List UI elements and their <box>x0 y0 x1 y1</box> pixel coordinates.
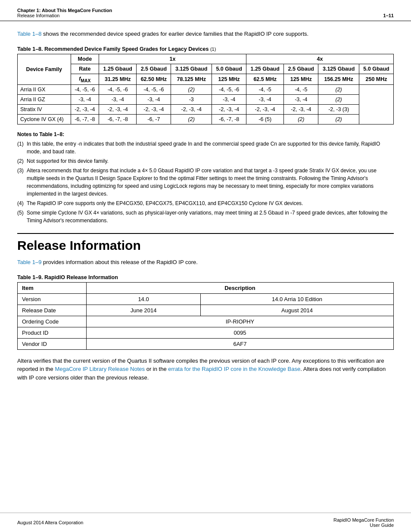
device-name-cell: Arria II GZ <box>18 95 71 105</box>
speed-grade-cell: -6, -7, -8 <box>99 115 137 124</box>
g3125-header: 3.125 Gbaud <box>171 64 212 74</box>
speed-grade-cell: -2, -3, -4 <box>246 105 284 115</box>
speed-grade-cell: -4, -5, -6 <box>212 85 246 95</box>
speed-grade-cell: (2) <box>318 85 359 95</box>
mode-header: Mode <box>71 54 99 64</box>
speed-grade-cell: -2, -3, -4 <box>99 105 137 115</box>
header-left: Chapter 1: About This MegaCore Function … <box>17 8 112 18</box>
speed-grade-cell: -2, -3, -4 <box>137 105 171 115</box>
table1-ref-link[interactable]: Table 1–8 <box>17 31 41 37</box>
page-header: Chapter 1: About This MegaCore Function … <box>0 0 411 21</box>
note-text: The RapidIO IP core supports only the EP… <box>27 199 303 207</box>
table9-ref-link[interactable]: Table 1–9 <box>17 259 41 265</box>
header-row-1: Device Family Mode 1x 4x <box>18 54 394 64</box>
speed-grade-cell: (2) <box>318 95 359 105</box>
g3125-4x-header: 3.125 Gbaud <box>318 64 359 74</box>
speed-grade-cell: -2, -3, -4 <box>71 105 99 115</box>
footer-right-line2: User Guide <box>333 523 394 528</box>
speed-grade-cell: -4, -5 <box>284 85 318 95</box>
fmax-6: 125 MHz <box>284 74 318 85</box>
desc-col-header: Description <box>87 282 394 293</box>
release-row: Product ID0095 <box>18 327 394 338</box>
footer-right-line1: RapidIO MegaCore Function <box>333 517 394 523</box>
note-item: (4)The RapidIO IP core supports only the… <box>17 199 394 207</box>
intro-text: shows the recommended device speed grade… <box>41 31 308 37</box>
speed-grade-cell: (2) <box>318 115 359 124</box>
item-col-header: Item <box>18 282 87 293</box>
outro-text2: or in the <box>145 366 168 372</box>
release-row: Version14.014.0 Arria 10 Edition <box>18 293 394 305</box>
table1-caption: Table 1–8. Recommended Device Family Spe… <box>17 46 394 52</box>
header-row-2: Rate 1.25 Gbaud 2.5 Gbaud 3.125 Gbaud 5.… <box>18 64 394 74</box>
table1-row: Arria II GZ-3, -4-3, -4-3, -4-3-3, -4-3,… <box>18 95 394 105</box>
speed-grade-cell: -3 <box>171 95 212 105</box>
release-item: Product ID <box>18 327 87 338</box>
note-item: (3)Altera recommends that for designs th… <box>17 167 394 198</box>
release-info-table: Item Description Version14.014.0 Arria 1… <box>17 282 394 350</box>
page-number: 1–11 <box>383 13 394 18</box>
speed-grade-cell: -2, -3, -4 <box>284 105 318 115</box>
notes-title: Notes to Table 1–8: <box>17 131 394 138</box>
table1-row: Stratix IV-2, -3, -4-2, -3, -4-2, -3, -4… <box>18 105 394 115</box>
speed-grade-cell: -4, -5 <box>246 85 284 95</box>
speed-grade-cell: (2) <box>171 115 212 124</box>
speed-grade-cell: -2, -3, -4 <box>212 105 246 115</box>
note-num: (4) <box>17 199 27 207</box>
note-item: (2)Not supported for this device family. <box>17 157 394 165</box>
speed-grade-cell: (2) <box>284 115 318 124</box>
fmax-8: 250 MHz <box>359 74 394 85</box>
note-text: Not supported for this device family. <box>27 157 109 165</box>
footer-left: August 2014 Altera Corporation <box>17 520 84 525</box>
fmax-label: fMAX <box>71 74 99 85</box>
release-desc: 6AF7 <box>87 338 394 349</box>
note-num: (3) <box>17 167 27 198</box>
release-item: Vendor ID <box>18 338 87 349</box>
release-item: Release Date <box>18 305 87 316</box>
note-num: (5) <box>17 209 27 224</box>
speed-grade-cell: -3, -4 <box>284 95 318 105</box>
speed-grade-cell: -6, -7, -8 <box>71 115 99 124</box>
speed-grade-cell: -4, -5, -6 <box>137 85 171 95</box>
device-family-header: Device Family <box>18 54 71 85</box>
fmax-2: 62.50 MHz <box>137 74 171 85</box>
footer-right: RapidIO MegaCore Function User Guide <box>333 517 394 528</box>
table1-caption-note: (1) <box>210 47 216 52</box>
note-text: Altera recommends that for designs that … <box>27 167 394 198</box>
device-speed-table: Device Family Mode 1x 4x Rate 1.25 Gbaud… <box>17 54 394 125</box>
release-desc2: August 2014 <box>201 305 394 316</box>
table1-row: Cyclone IV GX (4)-6, -7, -8-6, -7, -8-6,… <box>18 115 394 124</box>
note-text: In this table, the entry -n indicates th… <box>27 140 394 156</box>
speed-grade-cell: -3, -4 <box>137 95 171 105</box>
speed-grade-cell: -4, -5, -6 <box>71 85 99 95</box>
outro-paragraph: Altera verifies that the current version… <box>17 357 394 382</box>
g50-4x-header: 5.0 Gbaud <box>359 64 394 74</box>
megacore-notes-link[interactable]: MegaCore IP Library Release Notes <box>55 366 145 372</box>
fmax-7: 156.25 MHz <box>318 74 359 85</box>
release-intro: Table 1–9 provides information about thi… <box>17 258 394 267</box>
release-desc1: 14.0 <box>87 293 201 305</box>
page-footer: August 2014 Altera Corporation RapidIO M… <box>0 513 411 532</box>
fmax-5: 62.5 MHz <box>246 74 284 85</box>
speed-grade-cell: -2, -3, -4 <box>171 105 212 115</box>
release-row: Ordering CodeIP-RIOPHY <box>18 316 394 327</box>
g125-4x-header: 1.25 Gbaud <box>246 64 284 74</box>
1x-header: 1x <box>99 54 246 64</box>
note-item: (5)Some simple Cyclone IV GX 4× variatio… <box>17 209 394 224</box>
speed-grade-cell: -3, -4 <box>99 95 137 105</box>
release-item: Version <box>18 293 87 305</box>
4x-header: 4x <box>246 54 394 64</box>
speed-grade-cell: -2, -3 (3) <box>318 105 359 115</box>
errata-link[interactable]: errata for the RapidIO IP core in the Kn… <box>168 366 300 372</box>
speed-grade-cell: -3, -4 <box>246 95 284 105</box>
notes-list: (1)In this table, the entry -n indicates… <box>17 140 394 224</box>
release-desc: IP-RIOPHY <box>87 316 394 327</box>
release-header-row: Item Description <box>18 282 394 293</box>
g25-4x-header: 2.5 Gbaud <box>284 64 318 74</box>
header-row-3: fMAX 31.25 MHz 62.50 MHz 78.125 MHz 125 … <box>18 74 394 85</box>
release-row: Release DateJune 2014August 2014 <box>18 305 394 316</box>
note-item: (1)In this table, the entry -n indicates… <box>17 140 394 156</box>
note-num: (1) <box>17 140 27 156</box>
speed-grade-cell: -3, -4 <box>71 95 99 105</box>
table1-caption-text: Table 1–8. Recommended Device Family Spe… <box>17 46 209 52</box>
fmax-1: 31.25 MHz <box>99 74 137 85</box>
